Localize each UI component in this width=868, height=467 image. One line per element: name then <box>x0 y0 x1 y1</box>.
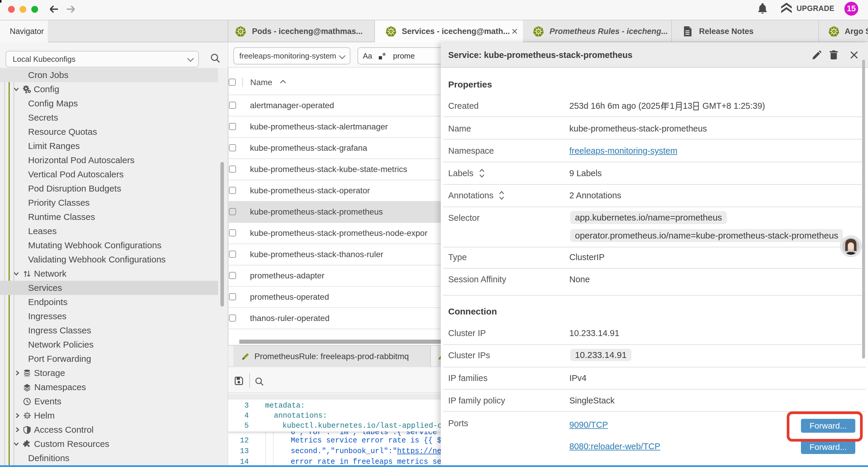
svg-text:HELM: HELM <box>24 415 30 417</box>
